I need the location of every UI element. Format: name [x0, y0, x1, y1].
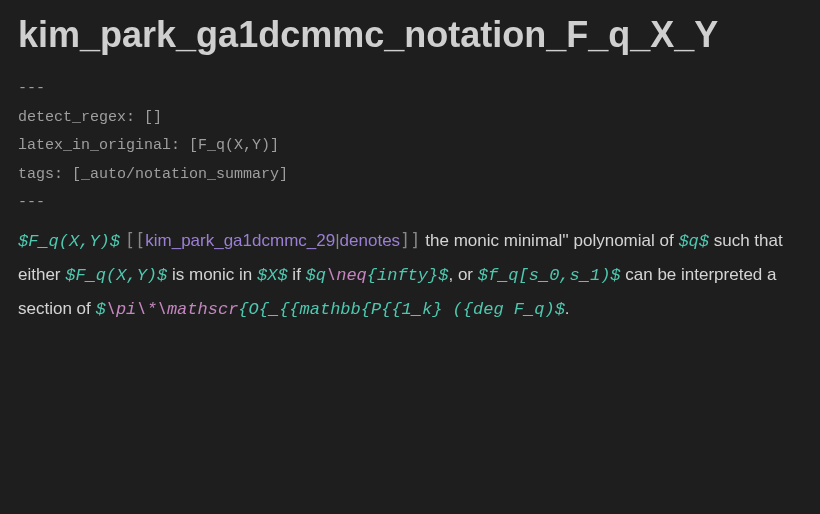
frontmatter-line-2: tags: [_auto/notation_summary] [18, 161, 802, 190]
wikilink-target: kim_park_ga1dcmmc_29 [145, 231, 335, 250]
body-text-5: , or [448, 265, 477, 284]
fm-key-2: tags [18, 166, 54, 183]
frontmatter-line-1: latex_in_original: [F_q(X,Y)] [18, 132, 802, 161]
wikilink-label: denotes [340, 231, 401, 250]
body-text-7: . [565, 299, 570, 318]
math-expr-7: $\pi\*\mathscr{O{_{{mathbb{P{{1_k} ({deg… [96, 300, 565, 319]
body-text-3: is monic in [167, 265, 257, 284]
fm-key-0: detect_regex [18, 109, 126, 126]
fm-key-1: latex_in_original [18, 137, 171, 154]
frontmatter-block: --- detect_regex: [] latex_in_original: … [18, 75, 802, 218]
fm-val-2: [_auto/notation_summary] [72, 166, 288, 183]
frontmatter-line-0: detect_regex: [] [18, 104, 802, 133]
wikilink-close: ]] [400, 230, 420, 250]
frontmatter-sep-bottom: --- [18, 189, 802, 218]
body-text-1: the monic minimal'' polynomial of [421, 231, 679, 250]
math-expr-2: $q$ [678, 232, 709, 251]
fm-val-0: [] [144, 109, 162, 126]
note-body: $F_q(X,Y)$ [[kim_park_ga1dcmmc_29|denote… [18, 224, 802, 326]
body-text-4: if [288, 265, 306, 284]
math-expr-1: $F_q(X,Y)$ [18, 232, 120, 251]
page-title: kim_park_ga1dcmmc_notation_F_q_X_Y [18, 12, 802, 57]
math-expr-4: $X$ [257, 266, 288, 285]
frontmatter-sep-top: --- [18, 75, 802, 104]
math-expr-6: $f_q[s_0,s_1)$ [478, 266, 621, 285]
wikilink[interactable]: kim_park_ga1dcmmc_29|denotes [145, 231, 400, 250]
wikilink-open: [[ [125, 230, 145, 250]
fm-val-1: [F_q(X,Y)] [189, 137, 279, 154]
math-expr-3: $F_q(X,Y)$ [65, 266, 167, 285]
math-expr-5: $q\neq{infty}$ [306, 266, 449, 285]
